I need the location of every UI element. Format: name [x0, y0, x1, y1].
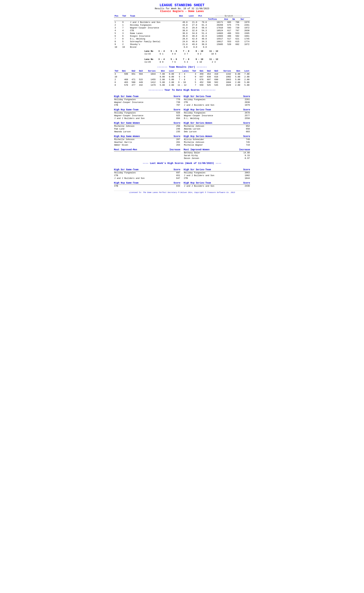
hs-name: Alicia Schneider	[184, 138, 204, 141]
lane-56-h1: 5 - 6	[168, 50, 180, 53]
standings-gm: 602	[232, 43, 240, 46]
col-tm2	[122, 18, 130, 21]
tr-lostb: 2.00	[241, 78, 250, 81]
standings-team: Blind	[129, 46, 178, 48]
standings-row: 2 1 Holiday Fungowies 43.0 27.0 61.4 202…	[114, 24, 250, 27]
standings-tm: 3	[122, 32, 130, 35]
lw-scr-game-team-label: High Scr Game-Team	[114, 168, 138, 171]
col-pct2	[198, 18, 207, 21]
lw-hcp-game-team-header: High Hcp Game-Team Score	[114, 181, 180, 185]
lw-scr-series-team-header: High Scr Series-Team Score	[184, 168, 250, 171]
tr-gm1b: 452	[197, 81, 204, 84]
hs-score: 894	[172, 117, 180, 120]
lw-hcp-series-team-score-label: Score	[243, 182, 250, 184]
tr-sera: 1412	[143, 81, 156, 84]
col-pos: Pos	[114, 14, 122, 18]
hs-score: 246	[172, 128, 180, 130]
tr-lostb: 5.00	[241, 81, 250, 84]
hs-row: Amber Olsen264	[114, 144, 180, 146]
hs-row: CTB2030	[184, 101, 250, 104]
tr-gm1a: 599	[121, 73, 129, 76]
standings-pos: 1	[114, 21, 122, 24]
hs-name: Michelle Johnson	[184, 141, 204, 143]
tr-h-lanes: Lanes	[175, 69, 189, 73]
hcp-game-team-header: High Hcp Game-Team Score	[114, 108, 180, 112]
hs-score: 2678	[242, 112, 250, 114]
hs-score: 719	[242, 144, 250, 146]
hs-name: CTB	[114, 104, 118, 106]
standings-totpins: 15605	[208, 43, 224, 46]
hs-name: Amber Olsen	[114, 144, 128, 146]
lw-scr-series-team-score-label: Score	[243, 168, 250, 171]
tr-lanes: 11 - 12	[175, 84, 189, 87]
lw-hcp-series-team-rows: J and J Builders and Son2436	[184, 185, 250, 188]
standings-team: Schroepfer Family Dental	[129, 40, 178, 43]
hcp-series-team-header: High Hcp Series-Team Score	[184, 108, 250, 112]
tr-sera	[143, 75, 156, 78]
hs-score: 1979	[242, 104, 250, 106]
hs-score: 650	[242, 128, 250, 130]
standings-tm: 9	[122, 21, 130, 24]
standings-ser: 1972	[240, 27, 250, 29]
standings-ave	[224, 46, 232, 48]
lane-78-v1: 3 7	[180, 53, 192, 55]
tr-tm1: 10	[114, 75, 121, 78]
lw-hcp-game-team-score-label: Score	[174, 182, 180, 184]
hs-score: 652	[242, 125, 250, 127]
standings-gm: 582	[232, 35, 240, 38]
hs-row: Wagner-Casper Insurance2577	[184, 114, 250, 117]
tr-h-wonb: Won	[232, 69, 241, 73]
col-totpins: TotPins	[208, 18, 224, 21]
tr-gm3b: 562	[212, 81, 219, 84]
lw-hcp-game-team-label: High Hcp Game-Team	[114, 182, 138, 184]
hs-score: 697	[172, 172, 180, 174]
standings-ave: 520	[224, 43, 232, 46]
hs-row: CTB651	[114, 174, 180, 177]
hs-name: J and J Builders and Son	[184, 104, 214, 106]
standings-team: Dome Lanes	[129, 32, 178, 35]
hs-row: Heather Harris281	[114, 141, 180, 144]
col-pos2	[114, 18, 122, 21]
standings-lost: 27.0	[188, 24, 198, 27]
tr-gm1a	[121, 75, 129, 78]
standings-gm: 739	[232, 27, 240, 29]
hs-score: 2261	[242, 98, 250, 101]
hs-name: Amanda Larson	[114, 130, 131, 133]
tr-serb: 1629	[219, 84, 232, 87]
lane-1112-v2: 2 3	[207, 61, 221, 63]
hs-name: Wagner-Casper Insurance	[114, 115, 143, 117]
tr-tm2: 9	[189, 75, 197, 78]
standings-team: Shooby's	[129, 43, 178, 46]
hs-name: Wagner-Casper Insurance	[184, 115, 213, 117]
scr-series-team-score-label: Score	[243, 95, 250, 98]
tr-gm1b: 559	[197, 84, 204, 87]
standings-ser: 2261	[240, 24, 250, 27]
standings-ser	[240, 46, 250, 48]
scr-game-team-rows: Holiday Fungowies776Wagner-Casper Insura…	[114, 98, 180, 107]
tr-tm1: 8	[114, 84, 121, 87]
hs-name: CTB	[114, 174, 118, 177]
lane-56-h2: 5 - 6	[168, 58, 180, 61]
hcp-game-women-score-label: Score	[174, 135, 180, 138]
tr-h-gm3a: Gm3	[136, 69, 143, 73]
standings-lost: 21.0	[188, 21, 198, 24]
tr-losta: 0.00	[165, 75, 175, 78]
scr-game-women-score-label: Score	[174, 122, 180, 124]
standings-totpins: 14603	[208, 32, 224, 35]
hs-row: Michelle Wagner719	[184, 144, 250, 146]
tr-gm3a: 594	[136, 73, 143, 76]
hs-name: J and J Builders and Son	[184, 185, 214, 187]
hs-name: Michelle Johnson	[184, 125, 204, 127]
hs-row: Amanda Larson235	[114, 130, 180, 133]
lane-34-h2: 3 - 4	[156, 58, 168, 61]
standings-ave: 553	[224, 40, 232, 43]
tr-gm2a: 471	[129, 78, 136, 81]
hs-score: 2577	[242, 115, 250, 117]
lane-78-v2: 5 4	[180, 61, 192, 63]
most-improved-men-header: Most Improved-Men Increase	[114, 148, 180, 151]
lane-assignments: Lane No 3 - 4 5 - 6 7 - 8 9 - 10 11 - 12…	[143, 50, 221, 63]
tr-losta: 0.00	[165, 73, 175, 76]
tr-h-gm1b: Gm1	[197, 69, 204, 73]
tr-serb: 1332	[219, 73, 232, 76]
standings-team: J and J Builders and Son	[129, 21, 178, 24]
